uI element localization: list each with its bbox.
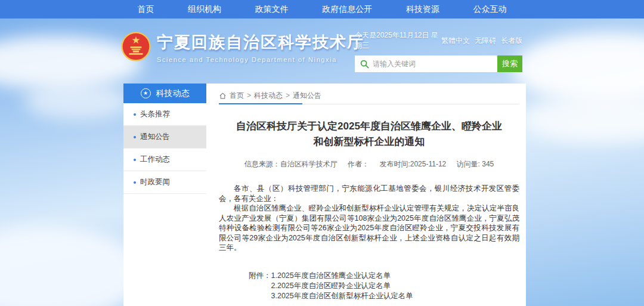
sidebar-item-label: 时政要闻 xyxy=(140,177,170,187)
attachment-link-1[interactable]: 1.2025年度自治区雏鹰企业认定名单 xyxy=(271,271,413,281)
attachment-link-2[interactable]: 2.2025年度自治区瞪羚企业认定名单 xyxy=(271,281,413,291)
search-input[interactable] xyxy=(373,60,492,68)
sidebar-item-work-dynamics[interactable]: 工作动态 xyxy=(123,149,206,171)
meta-publish-time: 发布时间:2025-11-12 xyxy=(379,160,446,168)
content-panel: ★ 科技动态 头条推荐 通知公告 工作动态 时政要闻 首页 > 科技动 xyxy=(123,84,526,306)
bullet-dot-icon xyxy=(134,159,136,161)
sidebar-item-headline[interactable]: 头条推荐 xyxy=(123,103,206,126)
top-navigation: 首页 组织机构 政策文件 政府信息公开 科技资源 公众互动 xyxy=(0,0,644,18)
breadcrumb-sci-dynamics[interactable]: 科技动态 xyxy=(254,91,283,101)
main-content: 首页 > 科技动态 > 通知公告 自治区科技厅关于认定2025年度自治区雏鹰企业… xyxy=(219,89,519,301)
sidebar: ★ 科技动态 头条推荐 通知公告 工作动态 时政要闻 xyxy=(123,84,206,194)
nav-item-policy[interactable]: 政策文件 xyxy=(255,4,289,15)
breadcrumb-notices[interactable]: 通知公告 xyxy=(293,91,321,101)
cloud-decoration xyxy=(0,227,143,306)
sidebar-item-label: 工作动态 xyxy=(140,154,170,165)
sidebar-item-current-politics[interactable]: 时政要闻 xyxy=(123,171,206,194)
sidebar-header: ★ 科技动态 xyxy=(123,84,206,103)
breadcrumb: 首页 > 科技动态 > 通知公告 xyxy=(219,89,519,101)
breadcrumb-separator: > xyxy=(286,91,290,100)
cloud-decoration xyxy=(519,95,644,143)
current-date-text: 今天是2025年11月12日 星期三 xyxy=(355,30,441,51)
meta-author: 作者： xyxy=(348,160,369,168)
search-icon xyxy=(360,60,369,69)
nav-item-public-interaction[interactable]: 公众互动 xyxy=(473,4,507,15)
breadcrumb-divider xyxy=(219,103,519,104)
site-logo-link[interactable]: 宁夏回族自治区科学技术厅 Science and Technology Depa… xyxy=(121,32,364,63)
article-body: 各市、县（区）科技管理部门，宁东能源化工基地管委会，银川经济技术开发区管委会，各… xyxy=(219,184,519,253)
site-header: 宁夏回族自治区科学技术厅 Science and Technology Depa… xyxy=(0,18,644,84)
attachment-link-3[interactable]: 3.2025年度自治区创新型标杆企业认定名单 xyxy=(271,291,413,301)
search-button[interactable]: 搜索 xyxy=(497,55,522,72)
link-elder-version[interactable]: 长者版 xyxy=(501,36,522,46)
site-subtitle: Science and Technology Department of Nin… xyxy=(157,56,364,63)
breadcrumb-home[interactable]: 首页 xyxy=(230,91,244,101)
article-meta: 信息来源：自治区科学技术厅 作者： 发布时间:2025-11-12 访问量: 3… xyxy=(219,159,519,169)
meta-visits: 访问量: 345 xyxy=(457,160,494,168)
dynamics-star-icon: ★ xyxy=(141,88,151,98)
bullet-dot-icon xyxy=(134,113,136,116)
sidebar-item-label: 头条推荐 xyxy=(140,109,170,119)
national-emblem-icon xyxy=(121,32,151,61)
article-paragraph: 各市、县（区）科技管理部门，宁东能源化工基地管委会，银川经济技术开发区管委会，各… xyxy=(219,184,519,203)
article: 自治区科技厅关于认定2025年度自治区雏鹰企业、瞪羚企业 和创新型标杆企业的通知… xyxy=(219,119,519,301)
sidebar-item-label: 通知公告 xyxy=(140,132,170,142)
attachments: 附件： 1.2025年度自治区雏鹰企业认定名单 2.2025年度自治区瞪羚企业认… xyxy=(219,271,519,301)
search-box xyxy=(355,55,497,72)
site-title: 宁夏回族自治区科学技术厅 xyxy=(157,32,364,53)
nav-item-gov-info[interactable]: 政府信息公开 xyxy=(322,4,372,15)
cloud-decoration xyxy=(24,84,131,119)
meta-source: 信息来源：自治区科学技术厅 xyxy=(244,160,338,168)
link-accessibility[interactable]: 无障碍 xyxy=(475,36,496,46)
breadcrumb-separator: > xyxy=(247,91,251,100)
article-title: 自治区科技厅关于认定2025年度自治区雏鹰企业、瞪羚企业 和创新型标杆企业的通知 xyxy=(219,119,519,150)
article-paragraph: 根据自治区雏鹰企业、瞪羚企业和创新型标杆企业认定管理有关规定，决定认定半亩良人农… xyxy=(219,203,519,253)
nav-item-sci-resources[interactable]: 科技资源 xyxy=(406,4,439,15)
sidebar-title: 科技动态 xyxy=(156,88,190,99)
attachments-label: 附件： xyxy=(249,271,271,301)
nav-item-organization[interactable]: 组织机构 xyxy=(188,4,221,15)
bullet-dot-icon xyxy=(134,136,136,138)
bullet-dot-icon xyxy=(134,181,136,184)
nav-item-home[interactable]: 首页 xyxy=(137,4,154,15)
sidebar-item-notices[interactable]: 通知公告 xyxy=(123,126,206,149)
home-icon xyxy=(219,92,227,100)
link-traditional-chinese[interactable]: 繁體中文 xyxy=(441,36,470,46)
